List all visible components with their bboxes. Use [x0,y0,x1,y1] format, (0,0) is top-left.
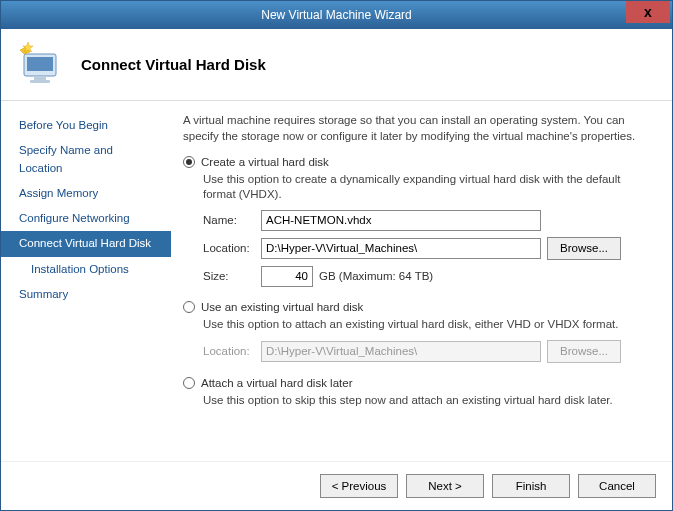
sidebar-item-specify-name[interactable]: Specify Name and Location [1,138,171,181]
sidebar-item-installation-options[interactable]: Installation Options [1,257,171,282]
browse-button-existing: Browse... [547,340,621,363]
sidebar-item-assign-memory[interactable]: Assign Memory [1,181,171,206]
radio-attach-later[interactable] [183,377,195,389]
location-label: Location: [203,242,261,254]
name-label: Name: [203,214,261,226]
location-input[interactable] [261,238,541,259]
next-button[interactable]: Next > [406,474,484,498]
svg-rect-2 [34,76,46,80]
radio-create-vhd[interactable] [183,156,195,168]
svg-rect-3 [30,80,50,83]
wizard-footer: < Previous Next > Finish Cancel [1,461,672,509]
option-later-header[interactable]: Attach a virtual hard disk later [183,377,654,389]
option-later-label: Attach a virtual hard disk later [201,377,353,389]
main-panel: A virtual machine requires storage so th… [171,101,672,461]
option-existing-desc: Use this option to attach an existing vi… [203,317,654,332]
radio-existing-vhd[interactable] [183,301,195,313]
cancel-button[interactable]: Cancel [578,474,656,498]
option-create-desc: Use this option to create a dynamically … [203,172,654,202]
window-title: New Virtual Machine Wizard [1,8,672,22]
sidebar-item-summary[interactable]: Summary [1,282,171,307]
wizard-header: Connect Virtual Hard Disk [1,29,672,101]
option-existing-header[interactable]: Use an existing virtual hard disk [183,301,654,313]
size-suffix: GB (Maximum: 64 TB) [319,270,433,282]
sidebar-item-connect-vhd[interactable]: Connect Virtual Hard Disk [1,231,171,256]
sidebar-item-configure-networking[interactable]: Configure Networking [1,206,171,231]
option-create-header[interactable]: Create a virtual hard disk [183,156,654,168]
wizard-body: Before You Begin Specify Name and Locati… [1,101,672,461]
page-title: Connect Virtual Hard Disk [81,56,266,73]
svg-rect-1 [27,57,53,71]
previous-button[interactable]: < Previous [320,474,398,498]
option-later-desc: Use this option to skip this step now an… [203,393,654,408]
sidebar-item-before-you-begin[interactable]: Before You Begin [1,113,171,138]
size-label: Size: [203,270,261,282]
option-create-label: Create a virtual hard disk [201,156,329,168]
existing-location-input [261,341,541,362]
option-existing-label: Use an existing virtual hard disk [201,301,363,313]
sidebar: Before You Begin Specify Name and Locati… [1,101,171,461]
size-input[interactable] [261,266,313,287]
close-button[interactable]: x [626,1,670,23]
name-input[interactable] [261,210,541,231]
titlebar: New Virtual Machine Wizard x [1,1,672,29]
browse-button-create[interactable]: Browse... [547,237,621,260]
finish-button[interactable]: Finish [492,474,570,498]
option-attach-later: Attach a virtual hard disk later Use thi… [183,377,654,408]
existing-location-label: Location: [203,345,261,357]
intro-text: A virtual machine requires storage so th… [183,113,654,144]
wizard-icon [13,37,69,93]
option-create-vhd: Create a virtual hard disk Use this opti… [183,156,654,287]
option-existing-vhd: Use an existing virtual hard disk Use th… [183,301,654,363]
